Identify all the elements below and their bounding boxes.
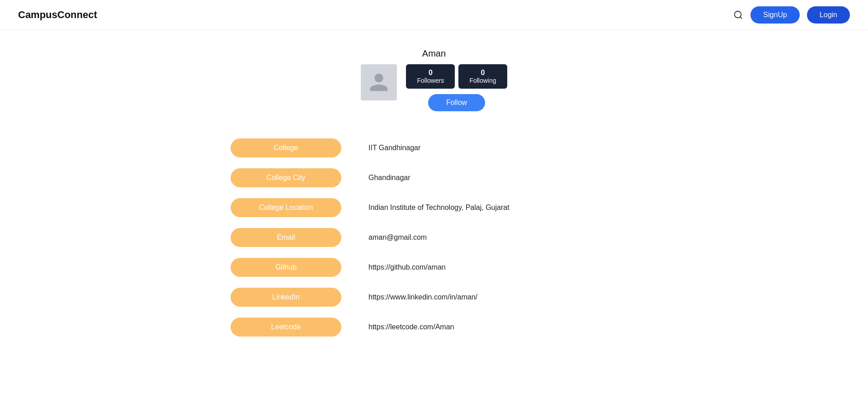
detail-label-college: College [231,138,341,157]
profile-section: Aman 0 Followers 0 Following [361,48,507,111]
profile-details: CollegeIIT GandhinagarCollege CityGhandi… [231,138,637,337]
detail-value-college-city: Ghandinagar [368,174,637,182]
detail-label-college-location: College Location [231,198,341,217]
following-stat: 0 Following [458,64,507,89]
avatar [361,64,397,100]
detail-value-github: https://github.com/aman [368,263,637,271]
navbar: CampusConnect SignUp Login [0,0,868,30]
detail-label-linkedin: LinkedIn [231,288,341,307]
navbar-right: SignUp Login [733,6,850,24]
followers-label: Followers [417,77,444,84]
stats-row: 0 Followers 0 Following [406,64,507,89]
detail-label-email: Email [231,228,341,247]
detail-row: Emailaman@gmail.com [231,228,637,247]
svg-point-0 [735,11,741,18]
signup-button[interactable]: SignUp [750,6,799,24]
detail-label-github: Github [231,258,341,277]
detail-label-college-city: College City [231,168,341,187]
detail-row: Githubhttps://github.com/aman [231,258,637,277]
login-button[interactable]: Login [807,6,850,24]
search-icon [733,10,743,20]
main-content: Aman 0 Followers 0 Following [0,30,868,337]
detail-row: CollegeIIT Gandhinagar [231,138,637,157]
detail-row: College LocationIndian Institute of Tech… [231,198,637,217]
detail-label-leetcode: Leetcode [231,318,341,337]
avatar-icon [368,71,390,93]
detail-value-email: aman@gmail.com [368,233,637,242]
following-count: 0 [469,69,496,77]
detail-value-college-location: Indian Institute of Technology, Palaj, G… [368,204,637,212]
detail-value-college: IIT Gandhinagar [368,144,637,152]
detail-row: LinkedInhttps://www.linkedin.com/in/aman… [231,288,637,307]
svg-line-1 [741,17,742,19]
detail-row: Leetcodehttps://leetcode.com/Aman [231,318,637,337]
followers-count: 0 [417,69,444,77]
followers-stat: 0 Followers [406,64,455,89]
search-button[interactable] [733,10,743,20]
detail-row: College CityGhandinagar [231,168,637,187]
follow-button[interactable]: Follow [428,94,485,111]
detail-value-linkedin: https://www.linkedin.com/in/aman/ [368,293,637,301]
profile-name: Aman [422,48,446,59]
brand-name: CampusConnect [18,9,97,21]
following-label: Following [469,77,496,84]
detail-value-leetcode: https://leetcode.com/Aman [368,323,637,331]
